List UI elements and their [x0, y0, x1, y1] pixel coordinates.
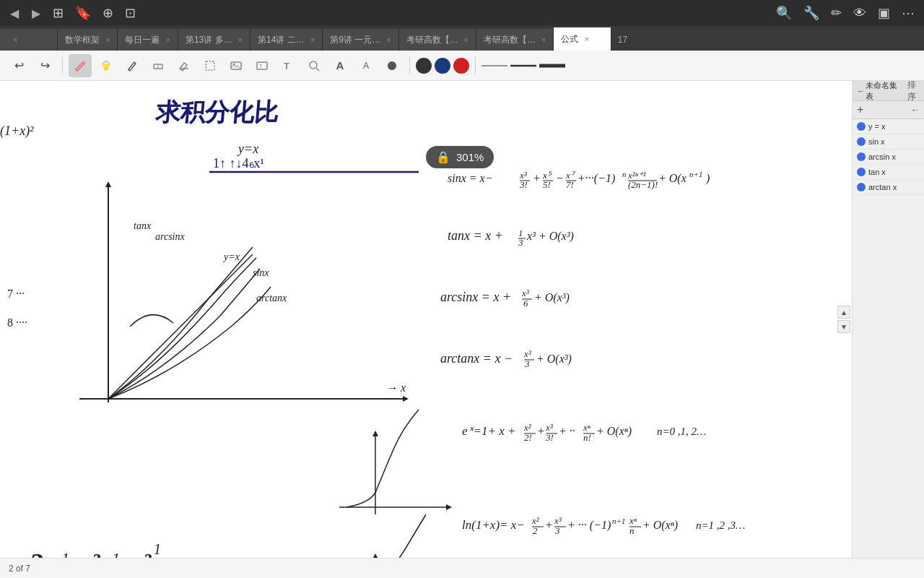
toolbar-separator	[62, 57, 63, 74]
tab-close-icon[interactable]: ×	[165, 35, 170, 44]
svg-text:3!: 3!	[545, 432, 554, 443]
tab-close-icon[interactable]: ×	[13, 35, 17, 44]
search-icon[interactable]: 🔍	[772, 4, 796, 22]
panel-item-dot	[857, 152, 866, 161]
nav-back-button[interactable]: ◀	[6, 5, 23, 22]
svg-line-11	[316, 68, 319, 71]
color-navy[interactable]	[435, 58, 450, 74]
svg-text:arcsinx = x +: arcsinx = x +	[440, 290, 511, 304]
svg-text:y=x: y=x	[237, 142, 258, 156]
grid-icon[interactable]: ⊞	[49, 4, 67, 22]
svg-text:+ ··· (−1): + ··· (−1)	[567, 519, 611, 532]
tab-empty[interactable]: ×	[0, 29, 58, 51]
svg-text:x²: x²	[531, 515, 540, 526]
color-dark[interactable]	[416, 58, 432, 74]
tab-close-icon[interactable]: ×	[386, 35, 391, 44]
svg-text:+: +	[533, 172, 541, 184]
svg-text:x³: x³	[521, 288, 530, 298]
tab-close-icon[interactable]: ×	[310, 35, 315, 44]
line-thick[interactable]	[539, 60, 565, 72]
textbox-tool[interactable]: T	[250, 54, 274, 77]
image-tool[interactable]	[225, 54, 248, 77]
panel-item-sinx[interactable]: sin x	[853, 134, 924, 150]
tab-close-icon[interactable]: ×	[238, 35, 243, 44]
panel-icon[interactable]: ▣	[874, 4, 894, 22]
view-icon[interactable]: 👁	[850, 4, 870, 22]
toolbar-separator-2	[409, 57, 410, 74]
tab-math-framework[interactable]: 数学框架 ×	[58, 29, 118, 51]
bookmark-icon[interactable]: 🔖	[71, 4, 95, 22]
layout-icon[interactable]: ⊡	[121, 4, 139, 22]
tab-close-icon[interactable]: ×	[584, 35, 588, 43]
canvas-area[interactable]: ▲ ▼ 🔒 301% 求积分化比 1↑ ↑↓4₆x¹ y=x (1+x)²	[0, 81, 852, 558]
sidepanel-back-button[interactable]: ←	[857, 86, 866, 96]
tab-close-icon[interactable]: ×	[105, 35, 110, 44]
svg-text:1: 1	[154, 541, 161, 557]
select-tool[interactable]	[199, 54, 222, 77]
scroll-down-button[interactable]: ▼	[837, 320, 850, 333]
svg-text:+ ··: + ··	[559, 425, 575, 437]
more-icon[interactable]: ⋯	[898, 4, 918, 22]
tab-label: 第14讲 二…	[258, 34, 305, 46]
redo-button[interactable]: ↪	[33, 54, 56, 77]
svg-text:+ O(xⁿ): + O(xⁿ)	[642, 519, 678, 532]
tab-close-icon[interactable]: ×	[541, 35, 546, 44]
color-red[interactable]	[453, 58, 469, 74]
svg-text:tanx: tanx	[134, 220, 152, 231]
panel-item-arcsinx[interactable]: arcsin x	[853, 150, 924, 165]
tab-label: 考研高数【…	[406, 34, 458, 46]
tab-bar: × 数学框架 × 每日一遍 × 第13讲 多… × 第14讲 二… × 第9讲 …	[0, 26, 924, 51]
svg-text:x³ + O(x³): x³ + O(x³)	[526, 230, 574, 243]
nav-forward-button[interactable]: ▶	[27, 5, 45, 22]
svg-text:y=x: y=x	[222, 251, 240, 262]
text-tool[interactable]: T	[276, 54, 300, 77]
panel-item-dot	[857, 137, 866, 146]
svg-text:x²: x²	[523, 422, 532, 433]
svg-text:5!: 5!	[543, 179, 551, 190]
tab-daily[interactable]: 每日一遍 ×	[118, 29, 178, 51]
panel-item-tanx[interactable]: tan x	[853, 165, 924, 180]
pen-tool[interactable]	[69, 54, 92, 77]
line-medium[interactable]	[510, 60, 536, 72]
svg-text:x³=: x³=	[77, 548, 116, 558]
svg-text:x³: x³	[554, 515, 562, 526]
tab-gaoshu1[interactable]: 考研高数【… ×	[399, 29, 476, 51]
pencil-tool[interactable]	[121, 54, 144, 77]
tab-formula[interactable]: 公式 ×	[554, 27, 611, 51]
tab-label: 第13讲 多…	[186, 34, 232, 46]
panel-item-dot	[857, 183, 866, 191]
sidepanel-sort-button[interactable]: 排序	[903, 81, 920, 103]
tab-lecture9[interactable]: 第9讲 一元… ×	[323, 29, 398, 51]
font-large-tool[interactable]: A	[328, 54, 352, 77]
highlighter-tool[interactable]	[95, 54, 118, 77]
tools-icon[interactable]: 🔧	[800, 4, 823, 22]
panel-item-arctanx[interactable]: arctan x	[853, 180, 924, 195]
sidepanel-nav-button[interactable]: ←	[911, 105, 920, 115]
side-panel: ← 未命名集表 排序 + ← y = x sin x arcsin x tan …	[852, 81, 924, 558]
eraser-tool[interactable]	[173, 54, 196, 77]
zoom-badge: 🔒 301%	[426, 146, 494, 168]
sidepanel-add-button[interactable]: +	[857, 103, 863, 116]
highlight-eraser-tool[interactable]	[147, 54, 170, 77]
svg-text:3: 3	[518, 237, 523, 248]
svg-point-10	[310, 61, 317, 69]
shape-tool[interactable]	[380, 54, 404, 77]
font-small-tool[interactable]: A	[354, 54, 378, 77]
edit-icon[interactable]: ✏	[827, 4, 845, 22]
undo-button[interactable]: ↩	[7, 54, 30, 77]
main-area: ▲ ▼ 🔒 301% 求积分化比 1↑ ↑↓4₆x¹ y=x (1+x)²	[0, 81, 924, 558]
panel-item-label: arctan x	[868, 183, 897, 191]
line-thin[interactable]	[481, 60, 507, 72]
svg-text:sinx = x−: sinx = x−	[448, 172, 492, 184]
scroll-up-button[interactable]: ▲	[837, 306, 850, 319]
add-tab-icon[interactable]: ⊕	[99, 4, 117, 22]
tab-count-label: 17	[618, 35, 627, 45]
tab-close-icon[interactable]: ×	[464, 35, 468, 44]
panel-item-yx[interactable]: y = x	[853, 119, 924, 134]
svg-text:eˣ=1+ x +: eˣ=1+ x +	[462, 424, 516, 438]
zoom-tool[interactable]	[302, 54, 326, 77]
tab-lecture13[interactable]: 第13讲 多… ×	[178, 29, 250, 51]
tab-gaoshu2[interactable]: 考研高数【… ×	[476, 29, 554, 51]
tab-lecture14[interactable]: 第14讲 二… ×	[250, 29, 323, 51]
svg-marker-89	[372, 553, 378, 558]
